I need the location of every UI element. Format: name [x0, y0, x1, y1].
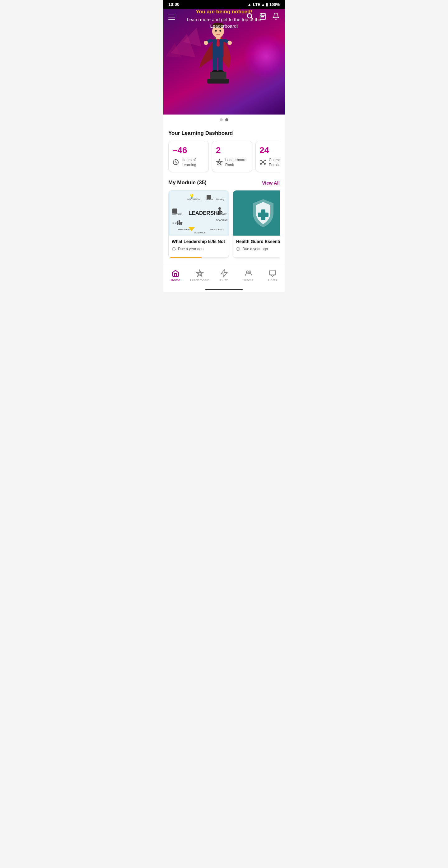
- time: 10:00: [168, 2, 180, 7]
- hero-banner: You are being noticed! Learn more and ge…: [163, 9, 285, 115]
- search-icon[interactable]: [246, 12, 254, 22]
- svg-text:COACHING: COACHING: [216, 219, 227, 221]
- module-count: (35): [197, 180, 206, 185]
- health-due: Due a year ago: [236, 247, 280, 251]
- hours-label: Hours of Learning: [182, 158, 205, 167]
- svg-marker-63: [196, 270, 203, 277]
- dashboard-section: Your Learning Dashboard ~46 Hours of Lea…: [168, 130, 280, 173]
- svg-point-8: [227, 41, 232, 45]
- svg-point-66: [247, 271, 249, 273]
- due-circle-icon: [172, 247, 176, 251]
- svg-point-27: [218, 161, 220, 163]
- hamburger-menu[interactable]: [168, 14, 175, 20]
- status-right: ▲ LTE ▴ ▮ 100%: [247, 2, 280, 7]
- nav-icons: [246, 12, 280, 22]
- leadership-due-label: Due a year ago: [178, 247, 203, 251]
- dashboard-cards: ~46 Hours of Learning 2: [168, 141, 280, 173]
- progress-bar-fill: [169, 257, 201, 258]
- svg-marker-62: [238, 248, 239, 250]
- svg-point-56: [218, 207, 221, 210]
- svg-point-58: [172, 247, 176, 251]
- svg-rect-15: [210, 71, 226, 80]
- nav-buzz[interactable]: Buzz: [212, 269, 236, 282]
- rank-value: 2: [216, 145, 248, 155]
- shield-svg: [249, 198, 277, 229]
- svg-rect-53: [179, 220, 180, 225]
- svg-line-34: [263, 161, 264, 162]
- leaderboard-icon: [216, 159, 223, 167]
- lte-label: LTE: [253, 2, 260, 7]
- svg-marker-26: [217, 159, 222, 165]
- notification-icon[interactable]: [272, 12, 280, 22]
- battery-icon: ▮: [266, 2, 268, 7]
- dot-2[interactable]: [225, 118, 228, 121]
- nav-leaderboard[interactable]: Leaderboard: [188, 269, 212, 282]
- svg-text:TEAMWORK: TEAMWORK: [216, 213, 227, 215]
- bolt-icon: [220, 269, 228, 277]
- home-label: Home: [171, 278, 181, 282]
- courses-value: 24: [259, 145, 280, 155]
- battery-label: 100%: [269, 2, 280, 7]
- health-card[interactable]: Health Guard Essentials Due a year ago: [233, 190, 280, 258]
- courses-card: 24: [255, 141, 280, 172]
- leadership-card-body: What Leadership Is/Is Not Due a year ago: [169, 236, 229, 258]
- play-circle-icon: [236, 247, 241, 251]
- leadership-card[interactable]: Motivation INNOVATION 💡 VISION Planning …: [168, 190, 229, 258]
- svg-rect-68: [269, 271, 276, 275]
- view-all-button[interactable]: View All: [262, 180, 280, 185]
- hours-value: ~46: [172, 145, 205, 155]
- svg-marker-65: [221, 270, 227, 277]
- carousel-dots: [163, 115, 285, 125]
- svg-rect-16: [207, 79, 229, 84]
- svg-rect-23: [261, 16, 262, 17]
- svg-line-36: [263, 162, 264, 164]
- team-icon: [244, 269, 252, 277]
- svg-text:INNOVATION: INNOVATION: [187, 198, 200, 200]
- signal-icon: ▴: [262, 2, 264, 7]
- leadership-svg: Motivation INNOVATION 💡 VISION Planning …: [170, 191, 227, 235]
- health-due-label: Due a year ago: [242, 247, 268, 251]
- health-img: [233, 190, 280, 236]
- leadership-due: Due a year ago: [172, 247, 226, 251]
- teams-label: Teams: [243, 278, 253, 282]
- chats-label: Chats: [268, 278, 277, 282]
- svg-rect-52: [177, 221, 178, 225]
- status-bar: 10:00 ▲ LTE ▴ ▮ 100%: [163, 0, 285, 9]
- modules-section: My Module (35) View All Motivation: [168, 180, 280, 261]
- nav-home[interactable]: Home: [163, 269, 188, 282]
- svg-rect-39: [172, 209, 177, 214]
- top-nav: [163, 9, 285, 26]
- svg-line-33: [261, 161, 262, 162]
- svg-rect-1: [213, 56, 218, 71]
- courses-label: Courses Enrolled: [269, 158, 280, 167]
- rank-card: 2 Leaderboard Rank: [212, 141, 252, 172]
- home-icon: [171, 269, 180, 277]
- svg-rect-43: [206, 195, 211, 199]
- clock-icon: [172, 159, 179, 167]
- svg-rect-57: [219, 210, 221, 213]
- svg-line-18: [251, 18, 253, 20]
- chat-icon: [268, 269, 277, 277]
- network-icon: [259, 159, 266, 167]
- dot-1[interactable]: [220, 118, 223, 121]
- health-progress-container: [233, 257, 280, 258]
- leadership-card-title: What Leadership Is/Is Not: [172, 239, 226, 244]
- main-content: Your Learning Dashboard ~46 Hours of Lea…: [163, 125, 285, 266]
- rank-label: Leaderboard Rank: [225, 158, 248, 167]
- nav-teams[interactable]: Teams: [236, 269, 260, 282]
- svg-rect-54: [181, 222, 182, 225]
- svg-text:MENTORING: MENTORING: [210, 228, 224, 230]
- module-title: My Module (35): [168, 180, 206, 186]
- module-header: My Module (35) View All: [168, 180, 280, 186]
- svg-point-67: [249, 271, 251, 273]
- hours-card: ~46 Hours of Learning: [168, 141, 209, 172]
- svg-text:Planning: Planning: [216, 198, 224, 201]
- module-cards: Motivation INNOVATION 💡 VISION Planning …: [168, 190, 280, 261]
- nav-chats[interactable]: Chats: [260, 269, 285, 282]
- calendar-icon[interactable]: [259, 12, 267, 22]
- buzz-label: Buzz: [220, 278, 228, 282]
- bottom-nav: Home Leaderboard Buzz Teams Chats: [163, 266, 285, 287]
- health-card-title: Health Guard Essentials: [236, 239, 280, 244]
- svg-rect-60: [258, 213, 268, 217]
- dashboard-title: Your Learning Dashboard: [168, 130, 280, 136]
